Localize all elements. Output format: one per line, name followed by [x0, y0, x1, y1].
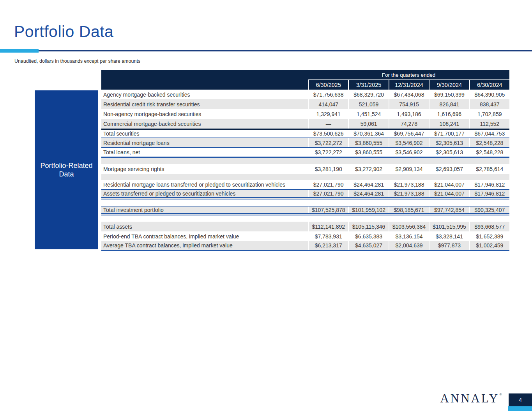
cell-value: $3,546,902 [389, 148, 429, 157]
table-row: Residential mortgage loans$3,722,272$3,8… [101, 138, 509, 148]
cell-value: 1,702,859 [469, 109, 509, 119]
cell-value: $69,756,447 [389, 130, 429, 138]
cell-value: $17,946,812 [469, 180, 509, 189]
cell-value: $2,785,614 [469, 164, 509, 174]
cell-value: $73,500,626 [308, 130, 348, 138]
cell-value: $103,556,384 [389, 222, 429, 231]
cell-value: $2,693,057 [429, 164, 469, 174]
cell-value: 74,278 [389, 119, 429, 129]
cell-value: — [308, 119, 348, 129]
table-row: Agency mortgage-backed securities$71,756… [101, 90, 509, 99]
cell-value: $70,361,364 [348, 130, 388, 138]
cell-value: $21,044,007 [429, 190, 469, 197]
title-divider-line [39, 50, 532, 51]
cell-value: $2,548,228 [469, 148, 509, 157]
column-header: 6/30/2024 [469, 80, 509, 90]
row-label: Assets transferred or pledged to securit… [101, 190, 308, 197]
row-label: Total investment portfolio [101, 206, 308, 213]
cell-value: $67,044,753 [469, 130, 509, 138]
cell-value: $27,021,790 [308, 190, 348, 197]
row-label: Total assets [101, 222, 308, 231]
row-label: Residential mortgage loans [101, 138, 308, 147]
cell-value: 1,616,696 [429, 109, 469, 119]
section-label-box: Portfolio-Related Data [35, 90, 98, 249]
spacer-row [101, 174, 509, 180]
cell-value: $3,860,555 [348, 138, 388, 147]
cell-value: $7,783,931 [308, 231, 348, 241]
row-label: Total securities [101, 130, 308, 138]
header-label-spacer [101, 80, 308, 90]
page-number-badge: 4 [509, 393, 532, 406]
table-row: Non-agency mortgage-backed securities1,3… [101, 109, 509, 119]
header-label-spacer [101, 70, 308, 80]
column-header: 3/31/2025 [348, 80, 388, 90]
row-label: Residential mortgage loans transferred o… [101, 180, 308, 189]
spacer-row [101, 158, 509, 164]
row-label: Average TBA contract balances, implied m… [101, 241, 308, 250]
cell-value: $98,185,671 [389, 206, 429, 213]
cell-value: $21,973,188 [389, 180, 429, 189]
cell-value: $24,464,281 [348, 180, 388, 189]
table-row: Commercial mortgage-backed securities—59… [101, 119, 509, 129]
cell-value: $71,700,177 [429, 130, 469, 138]
cell-value: $3,281,190 [308, 164, 348, 174]
cell-value: $90,325,407 [469, 206, 509, 213]
row-label: Period-end TBA contract balances, implie… [101, 231, 308, 241]
table-row: Residential mortgage loans transferred o… [101, 180, 509, 190]
cell-value: $3,722,272 [308, 138, 348, 147]
cell-value: $67,434,068 [389, 90, 429, 99]
spacer-row [101, 199, 509, 206]
row-label: Agency mortgage-backed securities [101, 90, 308, 99]
subtitle-note: Unaudited, dollars in thousands except p… [14, 58, 140, 64]
cell-value: 838,437 [469, 99, 509, 109]
cell-value: $21,044,007 [429, 180, 469, 189]
cell-value: 826,841 [429, 99, 469, 109]
cell-value: $112,141,892 [308, 222, 348, 231]
table-column-header-row: 6/30/20253/31/202512/31/20249/30/20246/3… [101, 80, 509, 90]
section-label-line1: Portfolio-Related [40, 161, 92, 170]
quarters-ended-header: For the quarters ended [308, 70, 509, 80]
cell-value: $3,272,902 [348, 164, 388, 174]
cell-value: $21,973,188 [389, 190, 429, 197]
annaly-logo-text: ANNALY [440, 392, 499, 405]
cell-value: $27,021,790 [308, 180, 348, 189]
cell-value: 521,059 [348, 99, 388, 109]
cell-value: $69,150,399 [429, 90, 469, 99]
table-row: Assets transferred or pledged to securit… [101, 190, 509, 199]
cell-value: $3,328,141 [429, 231, 469, 241]
cell-value: $2,909,134 [389, 164, 429, 174]
row-label: Total loans, net [101, 148, 308, 157]
row-label: Mortgage servicing rights [101, 164, 308, 174]
cell-value: 59,061 [348, 119, 388, 129]
table-row: Period-end TBA contract balances, implie… [101, 231, 509, 241]
table-row: Average TBA contract balances, implied m… [101, 241, 509, 251]
column-headers: 6/30/20253/31/202512/31/20249/30/20246/3… [308, 80, 509, 90]
cell-value: $6,213,317 [308, 241, 348, 250]
column-header: 6/30/2025 [308, 80, 348, 90]
cell-value: $977,873 [429, 241, 469, 250]
table-row: Total investment portfolio$107,525,878$1… [101, 206, 509, 215]
cell-value: $93,668,577 [469, 222, 509, 231]
cell-value: $105,115,346 [348, 222, 388, 231]
cell-value: $2,305,613 [429, 148, 469, 157]
table-body: Agency mortgage-backed securities$71,756… [101, 90, 509, 251]
cell-value: $3,860,555 [348, 148, 388, 157]
table-row: Mortgage servicing rights$3,281,190$3,27… [101, 164, 509, 174]
cell-value: 1,493,186 [389, 109, 429, 119]
cell-value: $2,004,639 [389, 241, 429, 250]
portfolio-table: For the quarters ended 6/30/20253/31/202… [101, 70, 509, 251]
cell-value: $1,002,459 [469, 241, 509, 250]
cell-value: $6,635,383 [348, 231, 388, 241]
registered-mark: ® [499, 392, 502, 396]
cell-value: $64,390,905 [469, 90, 509, 99]
cell-value: $24,464,281 [348, 190, 388, 197]
cell-value: $101,515,995 [429, 222, 469, 231]
column-header: 9/30/2024 [429, 80, 469, 90]
cell-value: $97,742,854 [429, 206, 469, 213]
cell-value: 414,047 [308, 99, 348, 109]
title-accent-bar [0, 49, 39, 53]
page-number: 4 [519, 397, 522, 403]
page-accent-bar [508, 406, 532, 411]
cell-value: $71,756,638 [308, 90, 348, 99]
cell-value: $101,959,102 [348, 206, 388, 213]
